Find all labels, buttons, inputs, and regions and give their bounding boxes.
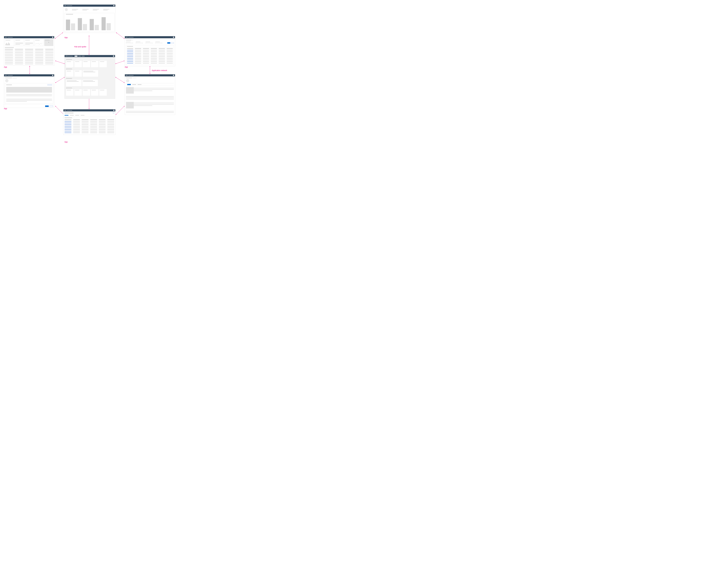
nav-tab[interactable] xyxy=(78,56,81,57)
kpi-tile[interactable] xyxy=(15,39,24,46)
launch-tile[interactable] xyxy=(83,89,90,96)
avatar-icon xyxy=(65,8,68,11)
label-app-network: Application network xyxy=(152,69,167,71)
home-page-launchpad: SAP xyxy=(64,55,115,99)
avatar-icon xyxy=(126,79,129,82)
launch-tile[interactable] xyxy=(99,89,107,96)
wizard-step[interactable] xyxy=(70,115,74,115)
label-app-top: App xyxy=(64,37,67,39)
map-tile[interactable] xyxy=(44,39,53,46)
launch-tile[interactable] xyxy=(74,61,82,67)
wizard-step[interactable] xyxy=(81,115,84,115)
shell-bar: SAP xyxy=(65,55,115,57)
avatar-icon[interactable] xyxy=(173,37,174,38)
chart-card xyxy=(64,13,115,32)
label-app-left1: App xyxy=(4,66,7,68)
tab[interactable] xyxy=(138,84,141,85)
bar-chart xyxy=(66,16,113,30)
map-pin-icon xyxy=(48,42,49,43)
svg-line-6 xyxy=(55,33,63,39)
filter-bar xyxy=(125,41,175,44)
breadcrumb xyxy=(4,77,54,78)
launch-tile-wide[interactable] xyxy=(66,80,81,86)
launch-tile-wide[interactable] xyxy=(82,80,98,86)
wizard-step[interactable] xyxy=(75,115,79,115)
svg-line-5 xyxy=(116,77,124,83)
kpi-tile[interactable] xyxy=(35,39,43,46)
kpi-tile[interactable] xyxy=(5,39,14,46)
launch-tile[interactable] xyxy=(74,89,82,96)
label-hub-spoke: Hub and spoke xyxy=(74,46,86,48)
avatar-icon[interactable] xyxy=(113,5,115,6)
svg-line-3 xyxy=(55,77,65,83)
sap-logo: SAP xyxy=(64,5,72,6)
primary-button[interactable] xyxy=(45,105,49,107)
filter-input[interactable] xyxy=(136,42,143,44)
launch-tile-wide[interactable] xyxy=(83,70,98,77)
adapt-filters-button[interactable] xyxy=(171,42,174,44)
avatar-icon[interactable] xyxy=(173,75,174,76)
breadcrumb xyxy=(125,77,175,78)
avatar-icon[interactable] xyxy=(113,56,114,57)
avatar-icon[interactable] xyxy=(52,37,53,38)
toolbar-action-icon[interactable] xyxy=(113,112,114,113)
label-app-left2: App xyxy=(4,108,7,110)
filter-input[interactable] xyxy=(126,42,133,44)
secondary-button[interactable] xyxy=(49,105,53,107)
avatar-icon[interactable] xyxy=(52,75,53,76)
app-screen-analytical: SAP xyxy=(63,4,116,33)
app-screen-wizard-table: SAP xyxy=(63,109,116,135)
anchor-tab-bar xyxy=(126,83,174,86)
results-table xyxy=(126,45,174,65)
launch-tile[interactable] xyxy=(66,61,74,67)
avatar-icon xyxy=(5,79,8,82)
nav-tab[interactable] xyxy=(75,56,78,57)
label-app-bottom: App xyxy=(64,141,67,143)
app-screen-object-page: SAP xyxy=(125,74,175,115)
app-screen-list-report: SAP xyxy=(125,36,175,66)
launch-tile[interactable] xyxy=(66,89,74,96)
svg-line-2 xyxy=(55,61,65,64)
wizard-steps xyxy=(63,114,115,116)
svg-line-11 xyxy=(116,106,124,115)
label-app-right1: App xyxy=(125,66,128,68)
svg-line-7 xyxy=(116,33,124,39)
wizard-step-current[interactable] xyxy=(65,115,68,115)
shell-bar: SAP xyxy=(63,5,115,7)
launch-tile[interactable] xyxy=(74,70,82,77)
go-button[interactable] xyxy=(167,42,170,44)
app-screen-detail-form: SAP xyxy=(4,74,54,108)
tab[interactable] xyxy=(132,84,136,85)
launch-tile[interactable] xyxy=(91,61,98,67)
filter-input[interactable] xyxy=(146,42,152,44)
variant-title xyxy=(125,38,175,41)
launch-tile[interactable] xyxy=(91,89,98,96)
launch-tile[interactable] xyxy=(66,70,74,77)
toolbar-actions[interactable] xyxy=(47,84,52,85)
nav-tab[interactable] xyxy=(82,56,85,57)
step-table xyxy=(65,118,114,133)
launch-tile[interactable] xyxy=(99,61,107,67)
svg-line-4 xyxy=(116,61,124,64)
launch-tile[interactable] xyxy=(83,61,90,67)
kpi-tile[interactable] xyxy=(24,39,34,46)
app-screen-overview: SAP xyxy=(4,36,54,66)
avatar-icon[interactable] xyxy=(113,110,115,111)
tab-selected[interactable] xyxy=(127,84,131,85)
filter-input[interactable] xyxy=(156,42,162,44)
svg-line-10 xyxy=(55,106,64,115)
